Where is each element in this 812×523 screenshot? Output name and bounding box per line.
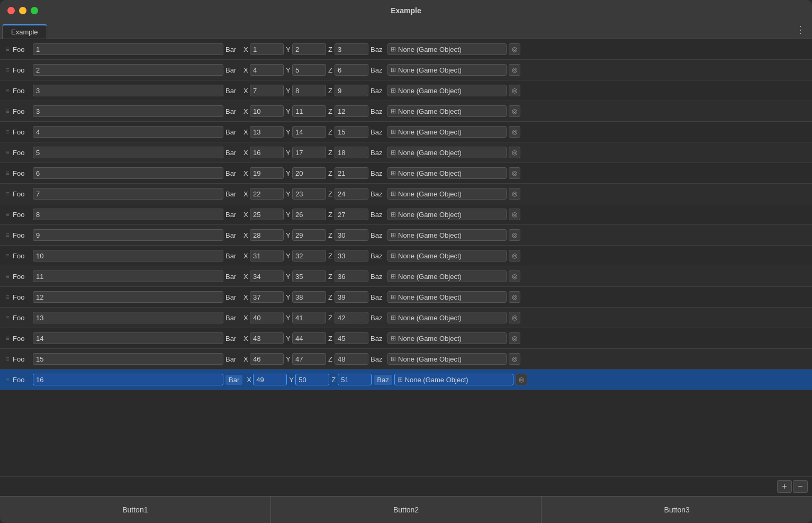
bar-z-input[interactable] (338, 374, 372, 385)
foo-input[interactable] (33, 353, 223, 365)
list-container[interactable]: ≡ Foo Bar X Y Z Baz ⊞ None (Game Object)… (0, 39, 812, 476)
bar-z-input[interactable] (335, 332, 368, 344)
bar-y-input[interactable] (292, 270, 326, 282)
bar-x-input[interactable] (253, 374, 287, 385)
bar-x-input[interactable] (250, 126, 284, 138)
game-object-field[interactable]: ⊞ None (Game Object) (387, 85, 507, 96)
list-row[interactable]: ≡ Foo Bar X Y Z Baz ⊞ None (Game Object)… (0, 122, 812, 142)
bar-y-input[interactable] (292, 312, 326, 323)
list-row[interactable]: ≡ Foo Bar X Y Z Baz ⊞ None (Game Object)… (0, 349, 812, 369)
game-object-field[interactable]: ⊞ None (Game Object) (387, 105, 507, 117)
foo-input[interactable] (33, 229, 223, 241)
target-button[interactable]: ◎ (509, 105, 520, 117)
bar-y-input[interactable] (295, 374, 329, 385)
foo-input[interactable] (33, 291, 223, 303)
foo-input[interactable] (33, 188, 223, 200)
list-row[interactable]: ≡ Foo Bar X Y Z Baz ⊞ None (Game Object)… (0, 101, 812, 122)
list-row[interactable]: ≡ Foo Bar X Y Z Baz ⊞ None (Game Object)… (0, 80, 812, 101)
bar-y-input[interactable] (292, 64, 326, 76)
game-object-field[interactable]: ⊞ None (Game Object) (394, 374, 513, 385)
bar-y-input[interactable] (292, 291, 326, 303)
list-row[interactable]: ≡ Foo Bar X Y Z Baz ⊞ None (Game Object)… (0, 184, 812, 204)
bar-y-input[interactable] (292, 85, 326, 96)
list-row[interactable]: ≡ Foo Bar X Y Z Baz ⊞ None (Game Object)… (0, 266, 812, 287)
bar-x-input[interactable] (250, 250, 284, 262)
bar-y-input[interactable] (292, 250, 326, 262)
game-object-field[interactable]: ⊞ None (Game Object) (387, 312, 507, 323)
bar-y-input[interactable] (292, 229, 326, 241)
target-button[interactable]: ◎ (509, 353, 520, 365)
minimize-button[interactable] (19, 7, 26, 14)
list-row[interactable]: ≡ Foo Bar X Y Z Baz ⊞ None (Game Object)… (0, 246, 812, 266)
bar-z-input[interactable] (335, 188, 368, 200)
bar-z-input[interactable] (335, 43, 368, 55)
bar-x-input[interactable] (250, 353, 284, 365)
target-button[interactable]: ◎ (509, 229, 520, 241)
bar-x-input[interactable] (250, 229, 284, 241)
foo-input[interactable] (33, 85, 223, 96)
foo-input[interactable] (33, 270, 223, 282)
bar-y-input[interactable] (292, 209, 326, 220)
target-button[interactable]: ◎ (509, 167, 520, 179)
list-row[interactable]: ≡ Foo Bar X Y Z Baz ⊞ None (Game Object)… (0, 328, 812, 349)
game-object-field[interactable]: ⊞ None (Game Object) (387, 209, 507, 220)
target-button[interactable]: ◎ (509, 188, 520, 200)
bar-z-input[interactable] (335, 126, 368, 138)
game-object-field[interactable]: ⊞ None (Game Object) (387, 291, 507, 303)
game-object-field[interactable]: ⊞ None (Game Object) (387, 64, 507, 76)
target-button[interactable]: ◎ (509, 209, 520, 220)
bar-z-input[interactable] (335, 85, 368, 96)
bar-z-input[interactable] (335, 250, 368, 262)
bar-x-input[interactable] (250, 188, 284, 200)
game-object-field[interactable]: ⊞ None (Game Object) (387, 126, 507, 138)
maximize-button[interactable] (31, 7, 38, 14)
target-button[interactable]: ◎ (509, 250, 520, 262)
tab-menu-button[interactable]: ⋮ (796, 24, 806, 35)
bar-y-input[interactable] (292, 353, 326, 365)
bar-x-input[interactable] (250, 147, 284, 158)
game-object-field[interactable]: ⊞ None (Game Object) (387, 147, 507, 158)
bar-y-input[interactable] (292, 43, 326, 55)
bar-z-input[interactable] (335, 64, 368, 76)
foo-input[interactable] (33, 43, 223, 55)
list-row[interactable]: ≡ Foo Bar X Y Z Baz ⊞ None (Game Object)… (0, 39, 812, 60)
foo-input[interactable] (33, 105, 223, 117)
bar-z-input[interactable] (335, 353, 368, 365)
add-button[interactable]: + (777, 480, 792, 493)
remove-button[interactable]: − (793, 480, 808, 493)
target-button[interactable]: ◎ (509, 147, 520, 158)
foo-input[interactable] (33, 167, 223, 179)
bar-z-input[interactable] (335, 105, 368, 117)
game-object-field[interactable]: ⊞ None (Game Object) (387, 250, 507, 262)
bar-z-input[interactable] (335, 312, 368, 323)
game-object-field[interactable]: ⊞ None (Game Object) (387, 167, 507, 179)
bar-z-input[interactable] (335, 291, 368, 303)
target-button[interactable]: ◎ (509, 64, 520, 76)
target-button[interactable]: ◎ (509, 85, 520, 96)
bar-x-input[interactable] (250, 105, 284, 117)
foo-input[interactable] (33, 209, 223, 220)
bar-x-input[interactable] (250, 312, 284, 323)
bar-y-input[interactable] (292, 188, 326, 200)
list-row[interactable]: ≡ Foo Bar X Y Z Baz ⊞ None (Game Object)… (0, 287, 812, 308)
bar-z-input[interactable] (335, 270, 368, 282)
target-button[interactable]: ◎ (516, 374, 527, 385)
list-row[interactable]: ≡ Foo Bar X Y Z Baz ⊞ None (Game Object)… (0, 163, 812, 184)
game-object-field[interactable]: ⊞ None (Game Object) (387, 43, 507, 55)
bar-z-input[interactable] (335, 147, 368, 158)
target-button[interactable]: ◎ (509, 270, 520, 282)
list-row[interactable]: ≡ Foo Bar X Y Z Baz ⊞ None (Game Object)… (0, 308, 812, 328)
bar-y-input[interactable] (292, 105, 326, 117)
target-button[interactable]: ◎ (509, 43, 520, 55)
target-button[interactable]: ◎ (509, 332, 520, 344)
button3[interactable]: Button3 (542, 497, 812, 523)
bar-y-input[interactable] (292, 167, 326, 179)
bar-x-input[interactable] (250, 64, 284, 76)
close-button[interactable] (7, 7, 15, 14)
button1[interactable]: Button1 (0, 497, 271, 523)
bar-x-input[interactable] (250, 291, 284, 303)
target-button[interactable]: ◎ (509, 312, 520, 323)
list-row[interactable]: ≡ Foo Bar X Y Z Baz ⊞ None (Game Object)… (0, 225, 812, 246)
foo-input[interactable] (33, 374, 223, 385)
foo-input[interactable] (33, 250, 223, 262)
